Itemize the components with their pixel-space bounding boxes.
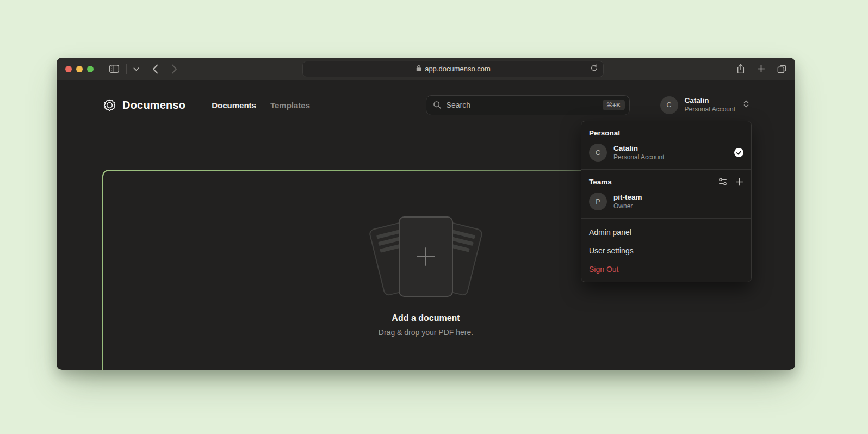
- search-icon: [433, 101, 442, 109]
- document-card-center: [399, 216, 453, 297]
- search-bar[interactable]: ⌘+K: [426, 95, 630, 115]
- lock-icon: [416, 65, 421, 73]
- sidebar-toggle-icon[interactable]: [109, 64, 120, 73]
- personal-account-avatar: C: [589, 144, 607, 162]
- account-menu-trigger[interactable]: C Catalin Personal Account: [660, 96, 749, 114]
- user-avatar: C: [660, 96, 678, 114]
- menu-actions-section: Admin panel User settings Sign Out: [581, 219, 751, 282]
- menu-item-user-settings[interactable]: User settings: [581, 241, 751, 260]
- add-team-plus-icon[interactable]: [735, 178, 743, 186]
- brand-title: Documenso: [122, 99, 185, 111]
- back-button[interactable]: [152, 64, 158, 74]
- search-shortcut-badge: ⌘+K: [603, 100, 625, 110]
- share-icon[interactable]: [736, 64, 745, 74]
- sidebar-chevron-down-icon[interactable]: [133, 67, 139, 71]
- address-bar[interactable]: app.documenso.com: [302, 61, 604, 77]
- minimize-window-button[interactable]: [76, 66, 83, 72]
- team-avatar: P: [589, 193, 607, 210]
- dropzone-subtitle: Drag & drop your PDF here.: [379, 328, 473, 337]
- tab-overview-icon[interactable]: [777, 65, 786, 73]
- plus-icon: [414, 245, 437, 268]
- url-text: app.documenso.com: [425, 65, 491, 73]
- search-input[interactable]: [447, 101, 598, 109]
- dropzone-title: Add a document: [392, 313, 460, 323]
- forward-button[interactable]: [171, 64, 177, 74]
- nav-templates[interactable]: Templates: [270, 101, 310, 110]
- close-window-button[interactable]: [65, 66, 72, 72]
- personal-account-subtitle: Personal Account: [613, 153, 664, 162]
- team-name: pit-team: [613, 193, 642, 202]
- menu-item-sign-out[interactable]: Sign Out: [581, 260, 751, 278]
- personal-section: Personal C Catalin Personal Account: [581, 121, 751, 169]
- personal-account-item[interactable]: C Catalin Personal Account: [581, 139, 751, 166]
- documenso-logo-icon: [102, 98, 117, 113]
- personal-section-label: Personal: [589, 129, 620, 137]
- browser-window: app.documenso.com: [57, 58, 795, 370]
- new-tab-plus-icon[interactable]: [757, 65, 765, 73]
- manage-teams-icon[interactable]: [718, 177, 727, 186]
- zoom-window-button[interactable]: [87, 66, 94, 72]
- browser-titlebar: app.documenso.com: [57, 58, 795, 80]
- user-name: Catalin: [685, 96, 735, 106]
- traffic-lights: [65, 66, 94, 72]
- personal-account-name: Catalin: [613, 144, 664, 153]
- user-subtitle: Personal Account: [685, 106, 735, 114]
- account-dropdown-menu: Personal C Catalin Personal Account Team…: [581, 121, 752, 282]
- menu-item-admin-panel[interactable]: Admin panel: [581, 223, 751, 241]
- check-circle-icon: [734, 148, 743, 157]
- titlebar-separator: [126, 64, 127, 74]
- chevrons-up-down-icon: [743, 100, 749, 110]
- app-header: Documenso Documents Templates ⌘+K C: [102, 80, 749, 114]
- brand[interactable]: Documenso: [102, 98, 185, 113]
- main-nav: Documents Templates: [212, 101, 310, 110]
- reload-icon[interactable]: [591, 64, 598, 73]
- team-role: Owner: [613, 202, 642, 211]
- teams-section: Teams P pit-team Owner: [581, 170, 751, 218]
- team-item-pit-team[interactable]: P pit-team Owner: [581, 188, 751, 215]
- teams-section-label: Teams: [589, 178, 612, 186]
- document-cards-graphic: [371, 216, 480, 297]
- nav-documents[interactable]: Documents: [212, 101, 256, 110]
